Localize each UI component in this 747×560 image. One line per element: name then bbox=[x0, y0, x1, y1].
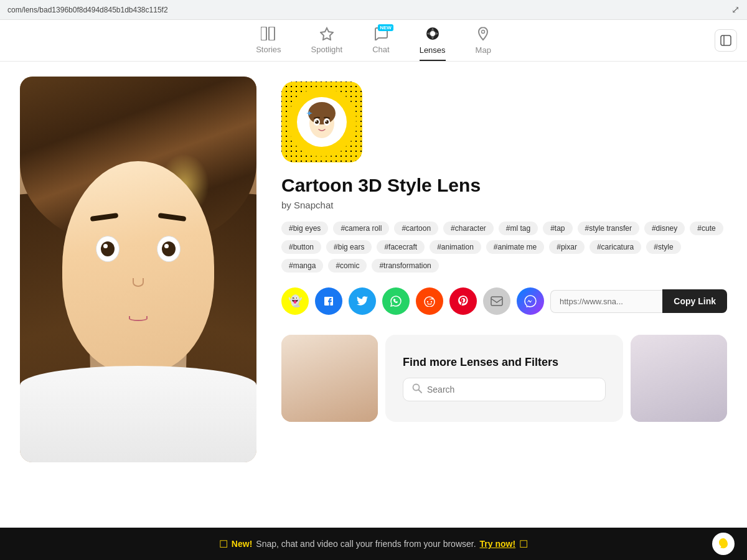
tags-container: #big eyes#camera roll#cartoon#character#… bbox=[281, 222, 727, 273]
tag-item[interactable]: #cartoon bbox=[394, 222, 438, 235]
svg-line-21 bbox=[430, 299, 431, 300]
svg-line-24 bbox=[419, 390, 422, 393]
snap-logo-bottom bbox=[712, 533, 735, 555]
tag-item[interactable]: #disney bbox=[644, 222, 685, 235]
nav-map[interactable]: Map bbox=[476, 26, 491, 61]
svg-point-16 bbox=[325, 120, 326, 121]
nose bbox=[133, 278, 144, 287]
mouth bbox=[129, 316, 148, 321]
share-messenger-button[interactable] bbox=[517, 287, 544, 315]
nav-chat[interactable]: NEW Chat bbox=[372, 27, 389, 60]
svg-rect-0 bbox=[261, 27, 266, 40]
spotlight-icon bbox=[320, 27, 334, 42]
face-area bbox=[62, 161, 214, 373]
copy-link-section: https://www.sna... Copy Link bbox=[550, 289, 727, 313]
preview-section bbox=[20, 77, 256, 508]
tag-item[interactable]: #manga bbox=[281, 259, 323, 273]
tag-item[interactable]: #ml tag bbox=[499, 222, 538, 235]
url-text: com/lens/bad1396b0f8d494d845b1db438c115f… bbox=[7, 6, 168, 14]
tag-item[interactable]: #caricatura bbox=[590, 240, 641, 254]
tag-item[interactable]: #character bbox=[443, 222, 494, 235]
stories-label: Stories bbox=[256, 45, 281, 54]
banner-icon-left: ☐ bbox=[219, 538, 228, 550]
svg-point-18 bbox=[427, 301, 428, 302]
banner-icon-right: ☐ bbox=[519, 538, 528, 550]
tag-item[interactable]: #facecraft bbox=[377, 240, 425, 254]
share-icon[interactable]: ⤢ bbox=[731, 4, 740, 16]
svg-rect-1 bbox=[269, 27, 275, 40]
shirt bbox=[20, 366, 256, 462]
svg-point-5 bbox=[482, 30, 485, 34]
spotlight-label: Spotlight bbox=[311, 45, 343, 54]
tag-item[interactable]: #big eyes bbox=[281, 222, 328, 235]
chat-label: Chat bbox=[372, 45, 389, 54]
right-eye bbox=[157, 236, 181, 262]
info-section: Cartoon 3D Style Lens by Snapchat #big e… bbox=[281, 77, 727, 508]
tag-item[interactable]: #style transfer bbox=[578, 222, 639, 235]
eyes bbox=[78, 236, 199, 262]
left-pupil bbox=[101, 241, 115, 256]
thumbnails-row: Find more Lenses and Filters bbox=[281, 335, 727, 422]
nav-stories[interactable]: Stories bbox=[256, 27, 281, 60]
lens-preview-image bbox=[20, 77, 256, 462]
nav-spotlight[interactable]: Spotlight bbox=[311, 27, 343, 60]
svg-point-20 bbox=[431, 298, 433, 300]
main-content: Cartoon 3D Style Lens by Snapchat #big e… bbox=[0, 62, 747, 523]
left-eyebrow bbox=[90, 213, 118, 222]
find-more-search-box[interactable] bbox=[403, 378, 606, 401]
svg-marker-2 bbox=[321, 28, 333, 40]
left-eye bbox=[96, 236, 120, 262]
stories-icon bbox=[261, 27, 276, 42]
sidebar-toggle-button[interactable] bbox=[715, 29, 737, 52]
thumbnail-left bbox=[281, 335, 378, 422]
search-icon bbox=[412, 383, 422, 396]
copy-url-text: https://www.sna... bbox=[550, 290, 662, 313]
bottom-banner: ☐ New! Snap, chat and video call your fr… bbox=[0, 528, 747, 560]
tag-item[interactable]: #transformation bbox=[372, 259, 438, 273]
share-whatsapp-button[interactable] bbox=[382, 287, 410, 315]
tag-item[interactable]: #button bbox=[281, 240, 321, 254]
share-email-button[interactable] bbox=[483, 287, 510, 315]
tag-item[interactable]: #animate me bbox=[486, 240, 544, 254]
tag-item[interactable]: #style bbox=[646, 240, 680, 254]
svg-rect-6 bbox=[721, 35, 731, 45]
lens-title: Cartoon 3D Style Lens bbox=[281, 175, 727, 196]
tag-item[interactable]: #tap bbox=[543, 222, 572, 235]
chat-new-badge: NEW bbox=[378, 24, 393, 31]
top-nav: Stories Spotlight NEW Chat Lenses Map bbox=[0, 20, 747, 62]
svg-rect-22 bbox=[491, 297, 502, 306]
lenses-label: Lenses bbox=[420, 45, 446, 55]
share-snapchat-button[interactable]: 👻 bbox=[281, 287, 309, 315]
banner-try-now[interactable]: Try now! bbox=[480, 539, 516, 549]
search-input[interactable] bbox=[427, 385, 596, 394]
svg-point-13 bbox=[315, 120, 316, 121]
address-bar: com/lens/bad1396b0f8d494d845b1db438c115f… bbox=[0, 0, 747, 20]
map-label: Map bbox=[476, 45, 491, 55]
find-more-title: Find more Lenses and Filters bbox=[403, 356, 606, 369]
share-facebook-button[interactable] bbox=[315, 287, 342, 315]
copy-link-button[interactable]: Copy Link bbox=[662, 289, 727, 313]
lenses-icon bbox=[425, 26, 440, 43]
snapcode bbox=[281, 82, 362, 162]
thumbnail-right bbox=[631, 335, 727, 422]
share-reddit-button[interactable] bbox=[416, 287, 443, 315]
right-eyebrow bbox=[158, 213, 187, 222]
tag-item[interactable]: #comic bbox=[328, 259, 367, 273]
banner-new-label: New! bbox=[232, 539, 252, 549]
lens-author: by Snapchat bbox=[281, 200, 727, 210]
tag-item[interactable]: #animation bbox=[430, 240, 481, 254]
svg-point-19 bbox=[431, 301, 432, 302]
right-pupil bbox=[162, 241, 176, 256]
tag-item[interactable]: #cute bbox=[690, 222, 723, 235]
find-more-card: Find more Lenses and Filters bbox=[385, 335, 623, 422]
tag-item[interactable]: #big ears bbox=[326, 240, 372, 254]
share-pinterest-button[interactable] bbox=[449, 287, 477, 315]
chat-icon-wrapper: NEW bbox=[374, 27, 388, 42]
tag-item[interactable]: #pixar bbox=[549, 240, 585, 254]
share-twitter-button[interactable] bbox=[349, 287, 376, 315]
share-row: 👻 https://www.sna... bbox=[281, 287, 727, 315]
map-icon bbox=[476, 26, 490, 43]
eyebrows bbox=[70, 215, 207, 220]
tag-item[interactable]: #camera roll bbox=[333, 222, 389, 235]
nav-lenses[interactable]: Lenses bbox=[420, 26, 446, 61]
